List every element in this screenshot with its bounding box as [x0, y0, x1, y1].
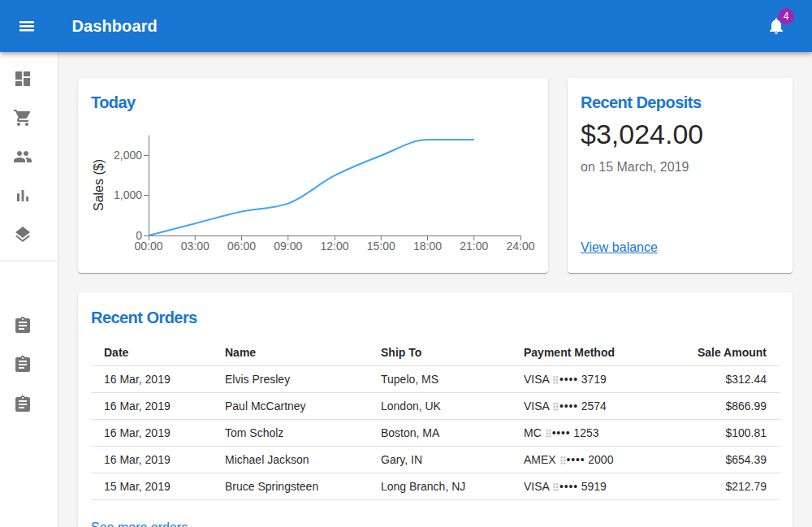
svg-text:15:00: 15:00	[367, 240, 395, 253]
svg-text:09:00: 09:00	[274, 240, 302, 253]
svg-text:06:00: 06:00	[227, 240, 256, 253]
svg-text:00:00: 00:00	[134, 240, 162, 253]
svg-text:1,000: 1,000	[114, 188, 142, 201]
svg-text:Sales ($): Sales ($)	[92, 159, 106, 211]
svg-text:12:00: 12:00	[320, 240, 348, 253]
svg-text:18:00: 18:00	[413, 240, 442, 253]
svg-text:21:00: 21:00	[460, 240, 488, 253]
svg-text:2,000: 2,000	[114, 149, 142, 162]
svg-text:24:00: 24:00	[506, 240, 534, 253]
svg-text:03:00: 03:00	[181, 240, 209, 253]
